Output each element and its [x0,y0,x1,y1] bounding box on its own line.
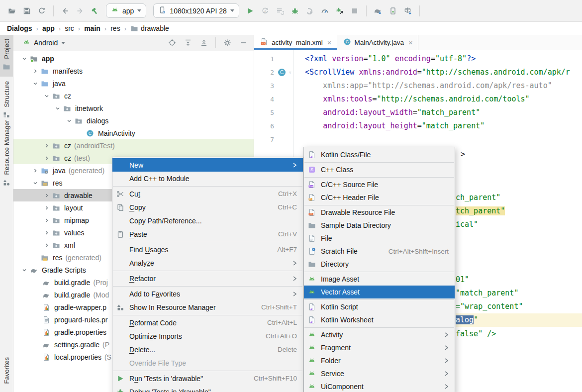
rerun-with-coverage-button[interactable] [333,4,347,18]
chevron-right-icon[interactable] [41,230,52,236]
submenu-item-folder[interactable]: Folder [304,354,455,367]
chevron-right-icon[interactable] [30,168,41,174]
sync-button[interactable] [35,4,49,18]
tree-row-cz[interactable]: cz(androidTest) [13,139,254,152]
submenu-item-scratch-file[interactable]: Scratch FileCtrl+Alt+Shift+Insert [304,245,455,258]
gradle-sync-button[interactable] [371,4,385,18]
menu-item-add-to-favorites[interactable]: Add to Favorites [112,287,303,300]
menu-item-debug-tests-in-drawable[interactable]: Debug 'Tests in 'drawable'' [112,385,303,392]
breadcrumb-item-main[interactable]: main [84,24,100,32]
menu-item-override-file-type[interactable]: Override File Type [112,356,303,370]
chevron-right-icon[interactable] [41,193,52,198]
settings-gear-button[interactable] [222,37,233,48]
tool-window-resource-manager[interactable]: Resource Manager [0,122,13,186]
build-hammer-button[interactable] [88,4,102,18]
tool-window-structure[interactable]: Structure [0,80,13,122]
chevron-down-icon[interactable] [41,93,52,99]
debug-button[interactable] [288,4,302,18]
chevron-down-icon[interactable] [30,81,41,87]
submenu-item-vector-asset[interactable]: Vector Asset [304,286,455,298]
menu-item-show-in-resource-manager[interactable]: Show In Resource ManagerCtrl+Shift+T [112,300,303,314]
submenu-item-fragment[interactable]: Fragment [304,341,455,354]
submenu-item-directory[interactable]: Directory [304,258,455,271]
tool-window-favorites[interactable]: Favorites [0,353,13,388]
menu-item-find-usages[interactable]: Find UsagesAlt+F7 [112,243,303,256]
menu-item-copy[interactable]: CopyCtrl+C [112,200,303,214]
close-icon[interactable]: × [327,39,332,46]
apply-code-changes-button[interactable] [273,4,287,18]
submenu-item-c-cpp-source-file[interactable]: C++C/C++ Source File [304,178,455,191]
hide-panel-button[interactable] [238,37,249,48]
tree-row-java[interactable]: java [13,77,254,90]
submenu-item-drawable-resource-file[interactable]: <>Drawable Resource File [304,206,455,219]
chevron-down-icon[interactable] [64,118,75,124]
submenu-item-kotlin-worksheet[interactable]: Kotlin Worksheet [304,313,455,326]
submenu-item-file[interactable]: File [304,232,455,245]
tree-row-app[interactable]: app [13,52,254,65]
breadcrumb-item-app[interactable]: app [42,24,55,32]
tool-window-project[interactable]: Project [0,35,13,77]
profile-button[interactable] [318,4,332,18]
submenu-item-activity[interactable]: Activity [304,328,455,341]
layout-inspector-button[interactable] [386,4,400,18]
device-selector[interactable]: 1080x1920 API 28 [153,3,239,18]
locate-file-button[interactable] [167,37,178,48]
menu-item-cut[interactable]: CutCtrl+X [112,187,303,200]
chevron-down-icon[interactable] [52,105,63,111]
back-button[interactable] [58,4,72,18]
project-view-selector[interactable]: Android [22,38,65,48]
chevron-down-icon[interactable] [30,180,41,186]
menu-item-analyze[interactable]: Analyze [112,256,303,270]
submenu-item-service[interactable]: Service [304,367,455,380]
chevron-right-icon[interactable] [30,68,41,74]
chevron-right-icon[interactable] [41,143,52,149]
breadcrumb-item-src[interactable]: src [65,24,74,32]
stop-button[interactable] [348,4,362,18]
menu-item-copy-path-reference[interactable]: Copy Path/Reference... [112,214,303,227]
forward-button[interactable] [73,4,87,18]
submenu-item-sample-data-directory[interactable]: Sample Data Directory [304,219,455,232]
chevron-down-icon[interactable] [19,267,30,273]
tree-row-cz[interactable]: cz [13,90,254,102]
submenu-item-kotlin-script[interactable]: Kotlin Script [304,300,455,313]
attach-debugger-button[interactable] [303,4,317,18]
run-button[interactable] [243,4,257,18]
chevron-right-icon[interactable] [41,217,52,223]
open-button[interactable] [5,4,19,18]
menu-item-optimize-imports[interactable]: Optimize ImportsCtrl+Alt+O [112,329,303,343]
menu-item-delete[interactable]: Delete...Delete [112,343,303,356]
menu-item-new[interactable]: New [112,158,303,172]
menu-item-run-tests-in-drawable[interactable]: Run 'Tests in 'drawable''Ctrl+Shift+F10 [112,372,303,385]
close-icon[interactable]: × [408,39,413,46]
submenu-item-kotlin-class-file[interactable]: Kotlin Class/File [304,148,455,161]
chevron-right-icon[interactable] [41,205,52,211]
apply-changes-button[interactable]: A [258,4,272,18]
code-editor-surface[interactable]: 1<?xml version="1.0" encoding="utf-8"?>2… [254,52,582,146]
fold-marker-icon[interactable]: ▿ [289,66,292,79]
tree-row-itnetwork[interactable]: itnetwork [13,102,254,114]
tab-mainactivity-java[interactable]: C MainActivity.java × [337,35,418,50]
submenu-item-uicomponent[interactable]: UiComponent [304,380,455,392]
avd-manager-button[interactable] [401,4,415,18]
chevron-down-icon[interactable] [19,56,30,62]
submenu-item-image-asset[interactable]: Image Asset [304,273,455,286]
menu-item-add-cpp-to-module[interactable]: Add C++ to Module [112,172,303,185]
menu-item-refactor[interactable]: Refactor [112,272,303,285]
breadcrumb-item-dialogs[interactable]: Dialogs [7,24,32,32]
breadcrumb-item-res[interactable]: res [110,24,120,32]
breadcrumb-item-drawable[interactable]: drawable [130,24,169,32]
module-selector[interactable]: app [106,3,146,18]
chevron-right-icon[interactable] [41,242,52,248]
chevron-right-icon[interactable] [41,155,52,161]
submenu-item-c-cpp-header-file[interactable]: HC/C++ Header File [304,191,455,204]
save-button[interactable] [20,4,34,18]
tab-activity-main-xml[interactable]: <> activity_main.xml × [254,35,337,50]
menu-item-paste[interactable]: PasteCtrl+V [112,227,303,241]
tree-row-dialogs[interactable]: dialogs [13,114,254,127]
expand-all-button[interactable] [183,37,194,48]
collapse-all-button[interactable] [198,37,209,48]
menu-item-reformat-code[interactable]: Reformat CodeCtrl+Alt+L [112,316,303,329]
submenu-item-cpp-class[interactable]: SC++ Class [304,163,455,176]
tree-row-manifests[interactable]: manifests [13,65,254,77]
tree-row-mainactivity[interactable]: CMainActivity [13,127,254,139]
